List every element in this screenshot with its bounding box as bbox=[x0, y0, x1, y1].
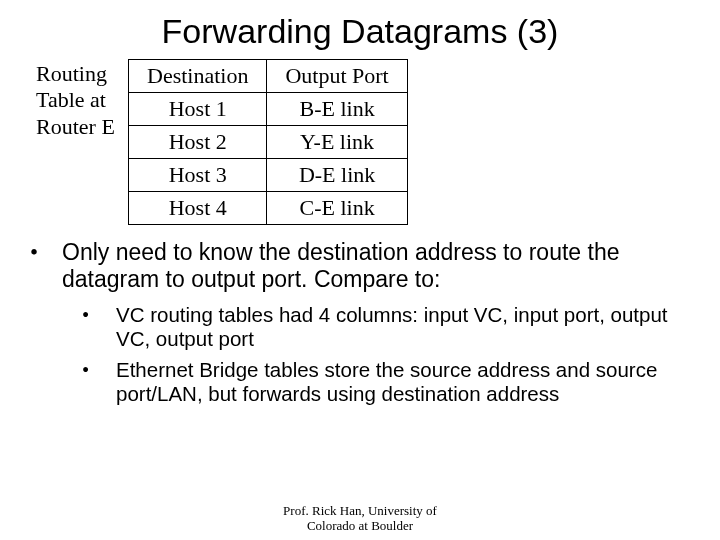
footer-line: Prof. Rick Han, University of bbox=[0, 504, 720, 519]
bullet-level2: • Ethernet Bridge tables store the sourc… bbox=[82, 358, 690, 406]
table-caption: Routing Table at Router E bbox=[36, 59, 128, 140]
table-row: Host 2 Y-E link bbox=[129, 126, 408, 159]
table-row: Host 1 B-E link bbox=[129, 93, 408, 126]
bullet-text: VC routing tables had 4 columns: input V… bbox=[116, 303, 690, 351]
cell-dest: Host 4 bbox=[129, 192, 267, 225]
slide-title: Forwarding Datagrams (3) bbox=[0, 0, 720, 59]
cell-dest: Host 3 bbox=[129, 159, 267, 192]
footer-line: Colorado at Boulder bbox=[0, 519, 720, 534]
bullet-marker: • bbox=[82, 358, 116, 406]
bullet-marker: • bbox=[30, 239, 62, 293]
col-destination: Destination bbox=[129, 60, 267, 93]
cell-port: D-E link bbox=[267, 159, 407, 192]
cell-dest: Host 1 bbox=[129, 93, 267, 126]
routing-table: Destination Output Port Host 1 B-E link … bbox=[128, 59, 408, 225]
col-output-port: Output Port bbox=[267, 60, 407, 93]
bullet-level1: • Only need to know the destination addr… bbox=[30, 239, 690, 293]
bullet-text: Only need to know the destination addres… bbox=[62, 239, 690, 293]
upper-section: Routing Table at Router E Destination Ou… bbox=[0, 59, 720, 239]
cell-port: C-E link bbox=[267, 192, 407, 225]
slide-footer: Prof. Rick Han, University of Colorado a… bbox=[0, 504, 720, 534]
cell-port: B-E link bbox=[267, 93, 407, 126]
bullet-text: Ethernet Bridge tables store the source … bbox=[116, 358, 690, 406]
bullet-marker: • bbox=[82, 303, 116, 351]
cell-port: Y-E link bbox=[267, 126, 407, 159]
table-header-row: Destination Output Port bbox=[129, 60, 408, 93]
bullet-list: • Only need to know the destination addr… bbox=[0, 239, 720, 406]
bullet-level2: • VC routing tables had 4 columns: input… bbox=[82, 303, 690, 351]
table-row: Host 4 C-E link bbox=[129, 192, 408, 225]
table-row: Host 3 D-E link bbox=[129, 159, 408, 192]
cell-dest: Host 2 bbox=[129, 126, 267, 159]
